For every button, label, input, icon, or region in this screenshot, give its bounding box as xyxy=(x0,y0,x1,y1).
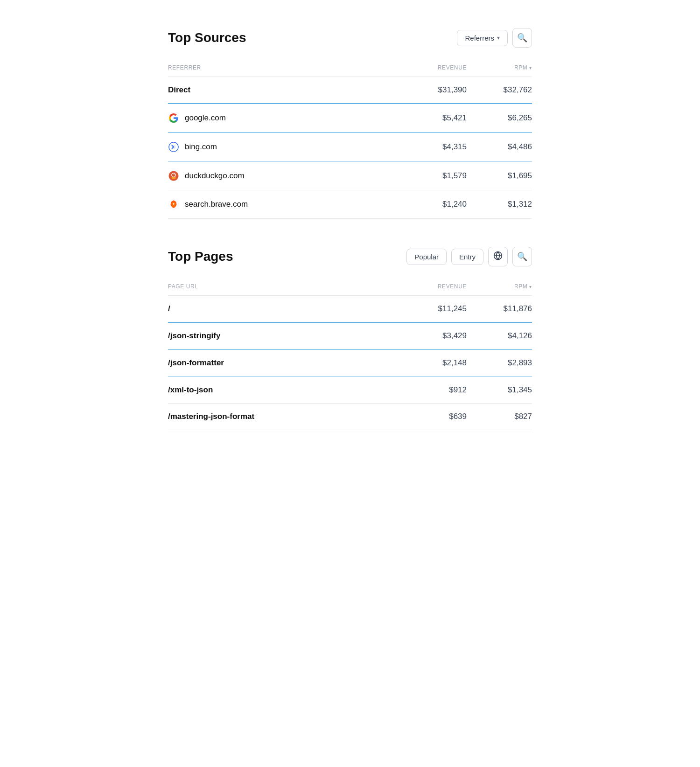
table-row: bing.com $4,315 $4,486 xyxy=(168,133,532,162)
page-rpm-mastering-json: $827 xyxy=(467,412,532,421)
page-revenue-json-stringify: $3,429 xyxy=(401,331,467,341)
dropdown-chevron-icon: ▾ xyxy=(497,35,500,41)
page-revenue-mastering-json: $639 xyxy=(401,412,467,421)
top-sources-controls: Referrers ▾ 🔍 xyxy=(457,28,532,48)
pages-table-header: PAGE URL REVENUE RPM ▾ xyxy=(168,283,532,296)
search-button-pages[interactable]: 🔍 xyxy=(512,247,532,266)
page-url-xml-to-json: /xml-to-json xyxy=(168,385,401,395)
pages-rpm-sort-icon: ▾ xyxy=(529,284,532,289)
referrers-label: Referrers xyxy=(465,34,494,42)
pages-col-revenue: REVENUE xyxy=(401,283,467,290)
table-row: /json-formatter $2,148 $2,893 xyxy=(168,350,532,377)
source-rpm-brave: $1,312 xyxy=(467,200,532,209)
source-name-brave: search.brave.com xyxy=(168,199,401,210)
source-revenue-brave: $1,240 xyxy=(401,200,467,209)
table-row: /mastering-json-format $639 $827 xyxy=(168,404,532,430)
main-container: Top Sources Referrers ▾ 🔍 REFERRER REVEN… xyxy=(168,28,532,739)
source-name-bing: bing.com xyxy=(168,141,401,153)
table-row: /xml-to-json $912 $1,345 xyxy=(168,377,532,404)
source-revenue-ddg: $1,579 xyxy=(401,171,467,181)
top-pages-title: Top Pages xyxy=(168,249,233,264)
source-revenue-bing: $4,315 xyxy=(401,142,467,152)
search-icon-pages: 🔍 xyxy=(517,251,527,262)
source-rpm-direct: $32,762 xyxy=(467,85,532,95)
table-row: Direct $31,390 $32,762 xyxy=(168,77,532,104)
duckduckgo-icon xyxy=(168,170,179,181)
brave-icon xyxy=(168,199,179,210)
pages-col-rpm: RPM ▾ xyxy=(467,283,532,290)
page-rpm-home: $11,876 xyxy=(467,304,532,314)
table-row: duckduckgo.com $1,579 $1,695 xyxy=(168,162,532,190)
page-url-json-formatter: /json-formatter xyxy=(168,358,401,368)
sources-table: REFERRER REVENUE RPM ▾ Direct $31,390 $3… xyxy=(168,64,532,219)
table-row: google.com $5,421 $6,265 xyxy=(168,104,532,133)
source-revenue-google: $5,421 xyxy=(401,113,467,123)
page-url-home: / xyxy=(168,304,401,314)
top-pages-header: Top Pages Popular Entry xyxy=(168,247,532,266)
sources-table-header: REFERRER REVENUE RPM ▾ xyxy=(168,64,532,77)
globe-icon xyxy=(493,251,503,263)
pages-col-name: PAGE URL xyxy=(168,283,401,290)
referrers-dropdown[interactable]: Referrers ▾ xyxy=(457,30,508,46)
source-revenue-direct: $31,390 xyxy=(401,85,467,95)
source-rpm-bing: $4,486 xyxy=(467,142,532,152)
svg-point-4 xyxy=(172,174,175,177)
source-rpm-ddg: $1,695 xyxy=(467,171,532,181)
top-sources-header: Top Sources Referrers ▾ 🔍 xyxy=(168,28,532,48)
popular-tab[interactable]: Popular xyxy=(406,249,447,265)
rpm-sort-icon: ▾ xyxy=(529,65,532,70)
sources-col-revenue: REVENUE xyxy=(401,64,467,71)
svg-point-6 xyxy=(174,174,175,174)
page-revenue-json-formatter: $2,148 xyxy=(401,358,467,368)
top-sources-title: Top Sources xyxy=(168,30,246,45)
source-rpm-google: $6,265 xyxy=(467,113,532,123)
page-revenue-xml-to-json: $912 xyxy=(401,385,467,395)
google-icon xyxy=(168,112,179,124)
sources-col-name: REFERRER xyxy=(168,64,401,71)
source-name-direct: Direct xyxy=(168,85,401,95)
pages-table: PAGE URL REVENUE RPM ▾ / $11,245 $11,876… xyxy=(168,283,532,430)
table-row: /json-stringify $3,429 $4,126 xyxy=(168,323,532,350)
top-pages-controls: Popular Entry 🔍 xyxy=(406,247,532,266)
page-url-mastering-json: /mastering-json-format xyxy=(168,412,401,421)
globe-button[interactable] xyxy=(488,247,508,266)
sources-col-rpm: RPM ▾ xyxy=(467,64,532,71)
page-revenue-home: $11,245 xyxy=(401,304,467,314)
page-rpm-json-formatter: $2,893 xyxy=(467,358,532,368)
bing-icon xyxy=(168,141,179,153)
search-button-sources[interactable]: 🔍 xyxy=(512,28,532,48)
source-name-google: google.com xyxy=(168,112,401,124)
table-row: / $11,245 $11,876 xyxy=(168,296,532,323)
table-row: search.brave.com $1,240 $1,312 xyxy=(168,190,532,219)
source-name-duckduckgo: duckduckgo.com xyxy=(168,170,401,181)
top-pages-section: Top Pages Popular Entry xyxy=(168,247,532,430)
page-url-json-stringify: /json-stringify xyxy=(168,331,401,341)
page-rpm-json-stringify: $4,126 xyxy=(467,331,532,341)
search-icon: 🔍 xyxy=(517,33,527,43)
entry-tab[interactable]: Entry xyxy=(451,249,483,265)
page-rpm-xml-to-json: $1,345 xyxy=(467,385,532,395)
